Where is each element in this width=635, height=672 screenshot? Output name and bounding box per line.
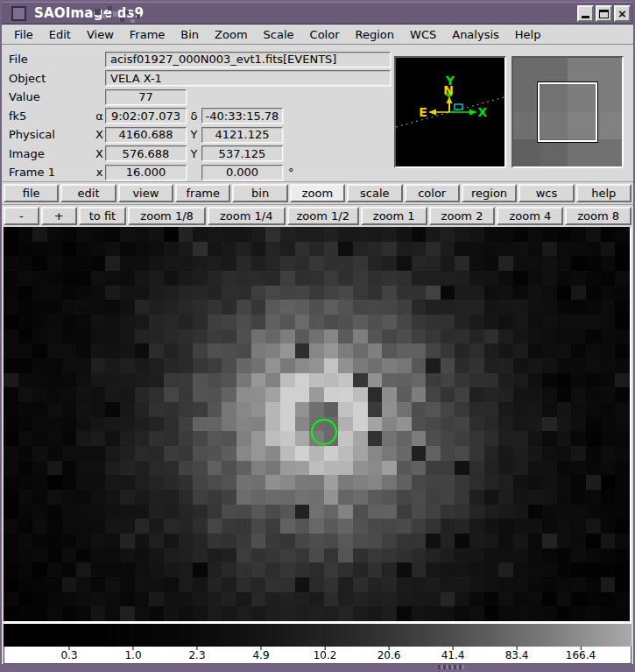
alpha-label: α [94,110,105,123]
button-zoom-8[interactable]: zoom 8 [565,207,631,225]
object-value-field[interactable]: VELA X-1 [105,70,391,86]
menu-scale[interactable]: Scale [256,26,302,43]
colorbar-tick: 20.6 [377,647,401,661]
object-label: Object [9,72,94,85]
button-zoom-1-2[interactable]: zoom 1/2 [287,207,359,225]
colorbar-scale: 0.3 1.0 2.3 4.9 10.2 20.6 41.4 83.4 166.… [4,647,631,664]
button-view[interactable]: view [118,184,173,202]
button-help[interactable]: help [576,184,631,202]
window-icon [11,6,26,21]
button-frame[interactable]: frame [175,184,230,202]
colorbar-tick: 10.2 [314,647,337,661]
button-zoom-2[interactable]: zoom 2 [429,207,496,225]
menu-analysis[interactable]: Analysis [444,26,507,43]
maximize-icon [599,10,609,18]
titlebar-texture [125,11,129,14]
titlebar-texture [95,9,101,15]
minimize-button[interactable] [577,5,594,22]
physical-y-field[interactable]: 4121.125 [201,127,283,143]
colorbar-tick: 83.4 [505,647,529,661]
menu-view[interactable]: View [79,26,122,43]
menubar: File Edit View Frame Bin Zoom Scale Colo… [2,25,633,45]
titlebar-texture [102,14,106,18]
button-scale[interactable]: scale [347,184,402,202]
image-x-label: X [94,147,105,160]
east-arrow-icon [428,110,436,116]
magnifier-panel [512,56,624,168]
frame-label: Frame 1 [9,166,94,179]
button-zoom[interactable]: zoom [290,184,345,202]
button-bin[interactable]: bin [232,184,287,202]
image-y-field[interactable]: 537.125 [201,145,283,161]
fk5-label: fk5 [9,110,94,123]
info-panel: File acisf01927_000N003_evt1.fits[EVENTS… [2,45,633,181]
file-value-field[interactable]: acisf01927_000N003_evt1.fits[EVENTS] [105,52,391,67]
button-edit[interactable]: edit [60,184,116,202]
button-zoom-out[interactable]: - [4,207,39,225]
titlebar-texture [113,11,118,17]
magnifier-canvas [513,58,622,166]
menu-frame[interactable]: Frame [122,26,173,43]
colorbar-tick: 41.4 [441,647,465,661]
button-wcs[interactable]: wcs [519,184,574,202]
close-icon: × [618,9,626,18]
button-zoom-in[interactable]: + [41,207,77,225]
image-display[interactable] [4,227,631,621]
file-label: File [9,53,94,66]
delta-label: δ [187,110,201,123]
category-buttonbar: file edit view frame bin zoom scale colo… [2,181,633,204]
degree-unit: ° [288,166,294,179]
button-color[interactable]: color [405,184,460,202]
frame-zoom-x-label: x [94,166,105,179]
button-zoom-1[interactable]: zoom 1 [361,207,427,225]
east-label: E [419,105,427,119]
menu-edit[interactable]: Edit [41,26,79,43]
cursor-crosshair-icon [455,104,462,110]
titlebar[interactable]: SAOImage ds9 × [2,2,633,25]
menu-wcs[interactable]: WCS [402,26,444,43]
physical-label: Physical [9,128,94,141]
menu-color[interactable]: Color [302,26,348,43]
colorbar-tick: 1.0 [124,647,141,661]
resize-grip[interactable] [438,665,464,669]
maximize-button[interactable] [596,5,612,22]
close-button[interactable]: × [614,5,631,22]
colorbar-tick: 4.9 [252,647,269,661]
button-zoom-4[interactable]: zoom 4 [497,207,563,225]
colorbar-tick: 0.3 [60,647,77,661]
button-zoom-to-fit[interactable]: to fit [79,207,127,225]
north-arrow-icon [447,96,453,103]
image-y-label: Y [187,147,201,160]
image-label: Image [9,147,94,160]
colorbar-gradient[interactable] [4,624,631,647]
menu-zoom[interactable]: Zoom [207,26,255,43]
menu-help[interactable]: Help [507,26,549,43]
physical-x-label: X [94,128,105,141]
button-zoom-1-8[interactable]: zoom 1/8 [128,207,206,225]
frame-zoom-field[interactable]: 16.000 [105,165,187,180]
menu-file[interactable]: File [6,26,41,43]
north-label: N [443,83,454,97]
physical-x-field[interactable]: 4160.688 [105,127,187,143]
minimize-icon [582,16,589,18]
ra-field[interactable]: 9:02:07.073 [105,108,187,124]
menu-region[interactable]: Region [348,26,403,43]
frame-rotation-field[interactable]: 0.000 [201,165,283,180]
menu-bin[interactable]: Bin [173,26,207,43]
titlebar-texture [137,15,140,18]
region-circle[interactable] [311,419,337,445]
colorbar-tick: 166.4 [566,647,596,661]
x-axis-label: X [478,105,488,119]
ds9-window: SAOImage ds9 × File Edit View Frame Bin … [0,0,635,672]
dec-field[interactable]: -40:33:15.78 [201,108,283,124]
compass-graphic: X Y N E [396,58,504,166]
pixel-value-field[interactable]: 77 [105,89,187,105]
titlebar-texture [120,18,124,22]
x-axis-arrow-icon [469,110,477,116]
image-x-field[interactable]: 576.688 [105,145,187,161]
button-region[interactable]: region [462,184,517,202]
titlebar-texture [108,6,112,11]
button-file[interactable]: file [4,184,59,202]
zoom-buttonbar: - + to fit zoom 1/8 zoom 1/4 zoom 1/2 zo… [2,204,633,227]
button-zoom-1-4[interactable]: zoom 1/4 [208,207,286,225]
